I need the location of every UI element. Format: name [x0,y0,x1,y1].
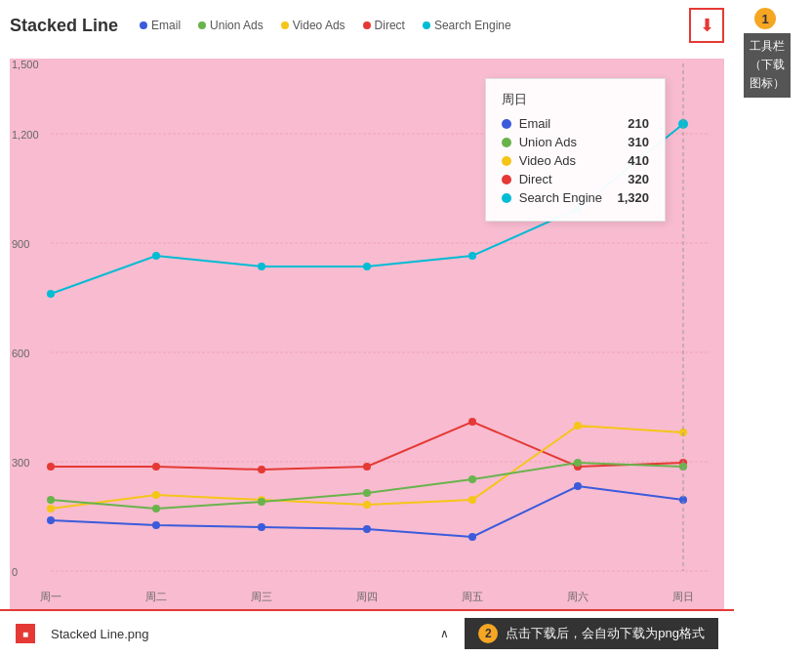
svg-point-24 [468,252,476,260]
legend-direct: Direct [363,19,405,32]
svg-text:600: 600 [12,348,29,359]
file-icon: ■ [16,624,35,643]
svg-point-29 [363,463,371,471]
tooltip: 周日 Email 210 Union Ads 310 Video Ads 410 [485,78,666,222]
svg-point-36 [363,501,371,509]
svg-text:900: 900 [12,238,29,250]
annotation-text-1: 工具栏 （下载 图标） [744,33,791,98]
download-icon: ⬇ [700,15,714,36]
svg-point-26 [47,463,55,471]
svg-point-28 [258,466,265,473]
legend-email: Email [140,19,181,32]
svg-text:周五: 周五 [462,591,483,602]
svg-text:周一: 周一 [40,591,61,602]
svg-point-38 [574,422,582,430]
svg-text:周二: 周二 [145,591,167,602]
svg-point-50 [363,525,371,533]
tooltip-row-union-ads: Union Ads 310 [502,135,649,149]
svg-point-51 [468,533,476,541]
chevron-icon[interactable]: ∧ [440,627,449,640]
file-name: Stacked Line.png [51,627,425,641]
svg-point-43 [363,489,371,497]
svg-point-49 [258,523,265,531]
tip-badge: 2 点击下载后，会自动下载为png格式 [465,618,718,649]
tooltip-row-video-ads: Video Ads 410 [502,153,649,168]
svg-point-45 [574,459,582,467]
annotation-circle-1: 1 [754,8,776,29]
svg-text:周日: 周日 [672,591,694,602]
svg-text:300: 300 [12,457,29,469]
svg-point-52 [574,482,582,490]
svg-text:0: 0 [12,566,18,578]
svg-point-37 [468,496,476,504]
legend-search-engine: Search Engine [423,19,511,32]
svg-point-40 [47,496,55,504]
svg-point-33 [47,505,55,512]
tip-text: 点击下载后，会自动下载为png格式 [506,625,705,642]
tip-number-2: 2 [478,624,498,643]
svg-point-30 [468,418,476,426]
tooltip-row-search-engine: Search Engine 1,320 [502,190,649,205]
svg-point-41 [152,505,160,512]
tooltip-row-direct: Direct 320 [502,172,649,186]
tooltip-title: 周日 [502,91,649,108]
svg-text:周四: 周四 [356,591,378,602]
svg-point-21 [152,252,160,260]
svg-point-47 [47,516,55,524]
svg-point-20 [47,290,55,298]
svg-text:周三: 周三 [251,591,272,602]
download-button[interactable]: ⬇ [689,8,724,43]
legend-video-ads: Video Ads [281,19,345,32]
svg-point-44 [468,475,476,483]
svg-point-34 [152,491,160,499]
svg-point-48 [152,521,160,529]
bottom-bar: ■ Stacked Line.png ∧ 2 点击下载后，会自动下载为png格式 [0,609,734,656]
svg-text:1,200: 1,200 [12,129,39,141]
legend-union-ads: Union Ads [198,19,264,32]
svg-point-27 [152,463,160,471]
svg-point-23 [363,263,371,270]
svg-point-42 [258,498,265,506]
tooltip-row-email: Email 210 [502,116,649,131]
svg-point-22 [258,263,265,270]
chart-title: Stacked Line [10,16,118,36]
annotation-1: 1 工具栏 （下载 图标） [740,8,791,98]
svg-text:周六: 周六 [567,591,589,602]
svg-text:1,500: 1,500 [12,59,39,70]
